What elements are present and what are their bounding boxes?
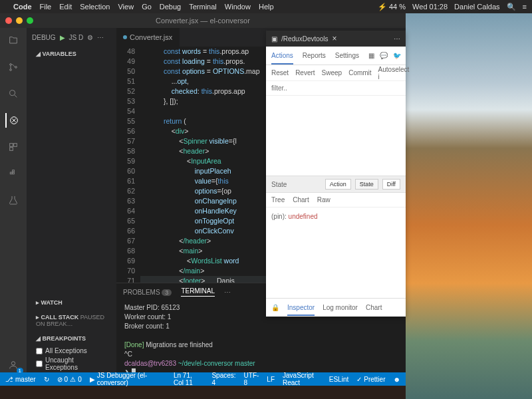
redux-devtools-panel: ▣ /ReduxDevtools × ⋯ Actions Reports Set… [266,31,406,317]
window-titlebar[interactable]: Converter.jsx — el-conversor [0,13,406,28]
autoselect-label[interactable]: Autoselect i [378,66,410,80]
debugger-status[interactable]: ▶ JS Debugger (el-conversor) [90,372,158,386]
menu-terminal[interactable]: Terminal [189,3,217,11]
state-tree[interactable]: (pin): undefined [266,207,406,298]
devtools-tab-actions[interactable]: Actions [271,52,293,65]
devtools-close-tab-icon[interactable]: × [332,34,337,43]
devtools-state-bar: State Action State Diff [266,176,406,193]
bp-uncaught-checkbox[interactable] [36,360,43,367]
devtools-tab-reports[interactable]: Reports [303,52,326,59]
state-label: State [271,181,287,188]
bp-all-checkbox[interactable] [36,348,43,354]
menu-edit[interactable]: Edit [59,3,72,11]
devtools-message-icon[interactable]: 💬 [380,52,388,59]
eol-status[interactable]: LF [267,376,275,383]
svg-point-2 [15,66,17,68]
explorer-icon[interactable] [6,33,21,48]
inspector-diff-button[interactable]: Diff [382,179,400,190]
svg-rect-10 [13,170,15,172]
devtools-more-icon[interactable]: ⋯ [394,35,400,43]
close-window-button[interactable] [5,17,12,24]
callstack-section[interactable]: ▸ CALL STACK PAUSED ON BREAK… [27,310,116,331]
tree-value: undefined [289,213,318,220]
devtools-twitter-icon[interactable]: 🐦 [393,52,401,59]
inspector-action-button[interactable]: Action [325,179,351,190]
variables-section[interactable]: ◢ VARIABLES [27,47,116,61]
devtools-tab-settings[interactable]: Settings [335,52,359,59]
debug-label: DEBUG [32,34,56,41]
watch-section[interactable]: ▸ WATCH [27,295,116,310]
minimize-window-button[interactable] [16,17,23,24]
editor-tab-converter[interactable]: Converter.jsx [116,28,180,47]
debug-config-select[interactable]: JS D [69,34,84,41]
status-bar: ⎇ master ↻ ⊘ 0 ⚠ 0 ▶ JS Debugger (el-con… [0,372,406,386]
git-branch[interactable]: ⎇ master [5,376,36,383]
search-icon[interactable] [6,86,21,101]
debug-icon[interactable] [5,113,20,128]
svg-point-3 [10,90,15,96]
macos-menubar: Code File Edit Selection View Go Debug T… [0,0,532,13]
gear-icon[interactable]: ⚙ [87,34,93,41]
menu-extras-icon[interactable]: ≡ [523,3,527,11]
breakpoints-section[interactable]: ◢ BREAKPOINTS [27,331,116,346]
reset-button[interactable]: Reset [271,69,289,76]
eslint-status[interactable]: ESLint [329,376,348,383]
menu-go[interactable]: Go [142,3,152,11]
svg-rect-9 [13,172,15,174]
tree-key: (pin): [271,213,287,220]
language-mode[interactable]: JavaScript React [283,372,321,386]
footer-logmonitor-tab[interactable]: Log monitor [323,304,358,311]
inspector-state-button[interactable]: State [355,179,378,190]
git-sync[interactable]: ↻ [44,376,49,383]
menu-selection[interactable]: Selection [80,3,110,11]
view-tree-tab[interactable]: Tree [271,196,285,203]
cursor-position[interactable]: Ln 71, Col 11 [174,372,203,386]
desktop-wallpaper [406,13,532,399]
lock-icon[interactable]: 🔒 [271,304,279,311]
spotlight-icon[interactable]: 🔍 [507,3,516,11]
bp-all-exceptions[interactable]: All Exceptions [36,347,107,354]
problems-tab[interactable]: PROBLEMS 3 [123,289,172,296]
file-type-icon [123,35,127,39]
terminal-tab[interactable]: TERMINAL [181,287,215,297]
panel-more-icon[interactable]: ⋯ [224,289,231,296]
indent-status[interactable]: Spaces: 4 [211,372,235,386]
scm-icon[interactable] [6,60,21,74]
menu-file[interactable]: File [40,3,52,11]
view-raw-tab[interactable]: Raw [317,196,331,203]
docker-icon[interactable] [6,166,21,181]
svg-rect-8 [10,172,12,174]
user-name[interactable]: Daniel Caldas [454,3,499,11]
footer-inspector-tab[interactable]: Inspector [287,304,315,316]
zoom-window-button[interactable] [27,17,33,24]
view-chart-tab[interactable]: Chart [293,196,309,203]
menu-debug[interactable]: Debug [160,3,181,11]
devtools-vscode-icon: ▣ [271,35,277,43]
accounts-icon[interactable] [6,358,21,372]
sweep-button[interactable]: Sweep [322,69,342,76]
svg-rect-6 [14,144,17,147]
devtools-layout-icon[interactable]: ▦ [368,52,374,59]
filter-input[interactable] [266,81,406,95]
menu-help[interactable]: Help [259,3,274,11]
menu-view[interactable]: View [118,3,134,11]
svg-rect-7 [10,148,13,151]
errors-count[interactable]: ⊘ 0 ⚠ 0 [57,376,82,383]
commit-button[interactable]: Commit [348,69,371,76]
actions-list[interactable] [266,96,406,176]
test-icon[interactable] [6,193,21,207]
start-debug-button[interactable]: ▶ [60,34,65,41]
extensions-icon[interactable] [6,140,21,154]
encoding-status[interactable]: UTF-8 [244,372,259,386]
feedback-icon[interactable]: ☻ [393,376,400,383]
footer-chart-tab[interactable]: Chart [366,304,382,311]
svg-rect-5 [10,144,13,147]
more-icon[interactable]: ⋯ [97,34,104,41]
prettier-status[interactable]: ✓ Prettier [356,376,385,383]
devtools-header: Actions Reports Settings ▦ 💬 🐦 [266,47,406,65]
app-name[interactable]: Code [13,3,32,11]
revert-button[interactable]: Revert [295,69,315,76]
menu-window[interactable]: Window [225,3,251,11]
debug-header: DEBUG ▶ JS D ⚙ ⋯ [27,28,116,47]
bp-uncaught-exceptions[interactable]: Uncaught Exceptions [36,356,107,371]
